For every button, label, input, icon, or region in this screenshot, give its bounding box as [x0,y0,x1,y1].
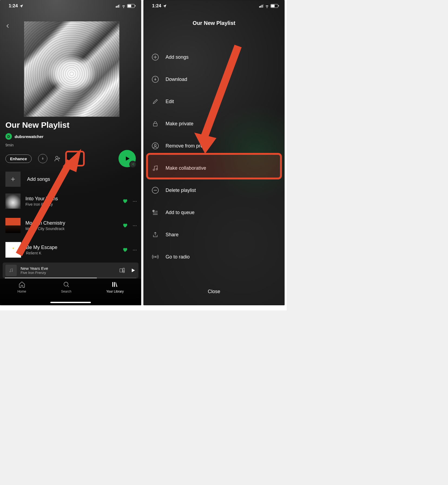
menu-label: Add songs [166,54,189,60]
track-more-button[interactable]: ⋯ [133,247,137,253]
person-circle-icon [151,142,159,150]
track-info: Into Your Veins Five Iron Frenzy [25,196,122,207]
lock-icon [151,120,159,127]
location-arrow-icon [19,4,23,8]
svg-point-0 [55,156,58,159]
add-songs-row[interactable]: + Add songs [5,172,50,187]
connect-device-icon[interactable] [119,267,125,273]
wifi-icon [265,4,269,8]
nav-library-label: Your Library [106,290,124,293]
menu-go-to-radio[interactable]: Go to radio [151,246,276,268]
menu-label: Remove from profile [166,143,209,149]
owner-name: dubsrewatcher [15,134,44,139]
menu-add-songs[interactable]: Add songs [151,46,276,68]
menu-make-private[interactable]: Make private [151,113,276,135]
liked-heart-icon[interactable] [122,223,128,228]
search-icon [63,281,70,288]
status-icons [116,4,135,8]
play-mini-button[interactable] [130,268,136,273]
playlist-cover-art[interactable] [24,21,120,117]
track-info: Be My Escape Relient K [26,245,122,255]
menu-delete-playlist[interactable]: Delete playlist [151,179,276,201]
svg-point-2 [74,158,75,159]
svg-rect-14 [114,282,115,287]
phone-right-menu-view: 1:24 Our New Playlist Add songs [143,0,285,305]
menu-make-collaborative[interactable]: Make collaborative [151,157,276,179]
now-playing-progress [5,278,136,278]
track-artist: Motion City Soundtrack [25,227,122,231]
menu-label: Download [166,77,187,82]
now-playing-info: New Years Eve Five Iron Frenzy [21,266,119,275]
close-button[interactable]: Close [143,289,285,294]
shuffle-badge[interactable] [129,161,136,168]
now-playing-art [5,265,17,276]
svg-point-10 [124,269,124,269]
library-icon [111,281,118,288]
enhance-button[interactable]: Enhance [5,155,32,163]
minus-circle-icon [151,186,159,194]
now-playing-bar[interactable]: New Years Eve Five Iron Frenzy [3,263,139,278]
music-note-icon [9,268,14,273]
svg-point-5 [10,271,11,272]
track-row-3[interactable]: Be My Escape Relient K ⋯ [5,241,137,259]
menu-label: Share [166,232,179,238]
menu-download[interactable]: Download [151,68,276,90]
svg-point-1 [71,158,73,159]
playlist-owner-row[interactable]: D dubsrewatcher [5,133,44,140]
battery-icon [127,4,135,8]
svg-point-3 [77,158,78,159]
more-options-button-highlighted[interactable] [65,151,85,166]
menu-remove-from-profile[interactable]: Remove from profile [151,135,276,157]
home-indicator [50,302,91,303]
play-button[interactable] [118,150,136,167]
liked-heart-icon[interactable] [122,198,128,204]
invite-collaborator-button[interactable] [54,155,61,162]
menu-add-to-queue[interactable]: Add to queue [151,201,276,224]
download-button[interactable] [38,154,47,163]
more-dots-icon [71,158,79,160]
battery-icon [271,4,278,8]
bottom-nav: Home Search Your Library [0,279,141,305]
music-note-icon [151,164,159,172]
now-playing-title: New Years Eve [21,266,119,271]
menu-label: Make private [166,121,193,127]
nav-search[interactable]: Search [61,281,71,293]
share-icon [151,231,159,238]
svg-point-6 [12,271,12,272]
svg-point-21 [152,143,158,149]
menu-label: Edit [166,99,174,104]
status-time-group: 1:24 [9,3,23,9]
screenshot-dual-phone: 1:24 Our New Playlist D dubsrewatcher 9m… [0,0,287,310]
menu-edit[interactable]: Edit [151,90,276,113]
cellular-signal-icon [116,4,120,8]
status-icons [259,4,278,8]
track-more-button[interactable]: ⋯ [133,223,137,228]
nav-home[interactable]: Home [18,281,26,293]
playlist-duration: 9min [5,143,14,147]
owner-avatar: D [5,133,12,140]
nav-search-label: Search [61,290,71,293]
svg-rect-8 [123,268,124,273]
track-more-button[interactable]: ⋯ [133,199,137,204]
phone-left-playlist-view: 1:24 Our New Playlist D dubsrewatcher 9m… [0,0,141,305]
nav-home-label: Home [18,290,26,293]
menu-title: Our New Playlist [143,20,285,26]
status-bar: 1:24 [143,0,285,12]
play-icon [124,155,130,162]
track-art [5,194,21,209]
playlist-title: Our New Playlist [5,120,70,130]
svg-point-23 [153,169,154,171]
back-button[interactable] [5,22,13,30]
menu-label: Go to radio [166,254,190,260]
liked-heart-icon[interactable] [122,247,128,253]
cellular-signal-icon [259,4,264,8]
shuffle-icon [131,163,134,166]
svg-point-22 [154,144,156,146]
track-row-2[interactable]: Modern Chemistry Motion City Soundtrack … [5,217,137,234]
nav-library[interactable]: Your Library [106,281,124,293]
track-info: Modern Chemistry Motion City Soundtrack [25,220,122,231]
svg-marker-4 [126,156,130,161]
menu-share[interactable]: Share [151,224,276,246]
radio-icon [151,253,159,261]
track-row-1[interactable]: Into Your Veins Five Iron Frenzy ⋯ [5,192,137,210]
